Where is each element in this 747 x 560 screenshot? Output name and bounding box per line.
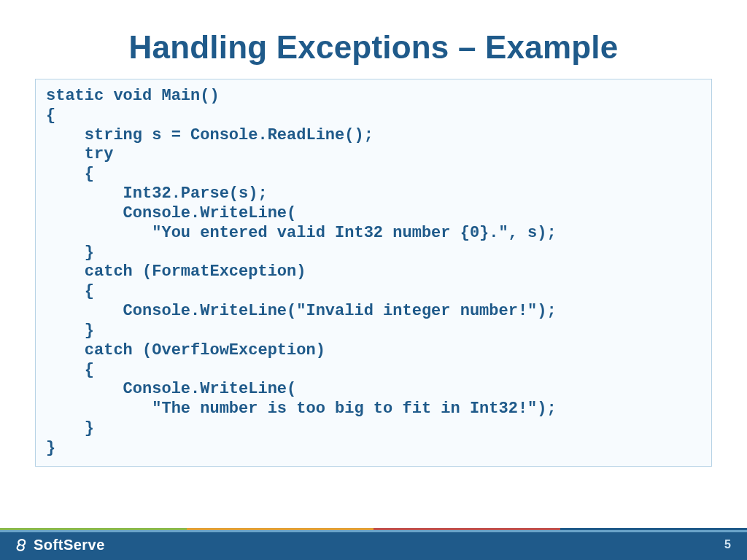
- brand: SoftServe: [13, 537, 105, 553]
- footer-bar: SoftServe 5: [0, 532, 747, 560]
- code-box: static void Main() { string s = Console.…: [35, 79, 712, 467]
- code-block: static void Main() { string s = Console.…: [46, 87, 701, 459]
- slide: Handling Exceptions – Example static voi…: [0, 0, 747, 560]
- page-number: 5: [724, 538, 731, 551]
- slide-title: Handling Exceptions – Example: [0, 0, 747, 79]
- brand-text: SoftServe: [34, 537, 105, 553]
- footer-stripe: [0, 528, 747, 530]
- brand-logo-icon: [13, 537, 29, 553]
